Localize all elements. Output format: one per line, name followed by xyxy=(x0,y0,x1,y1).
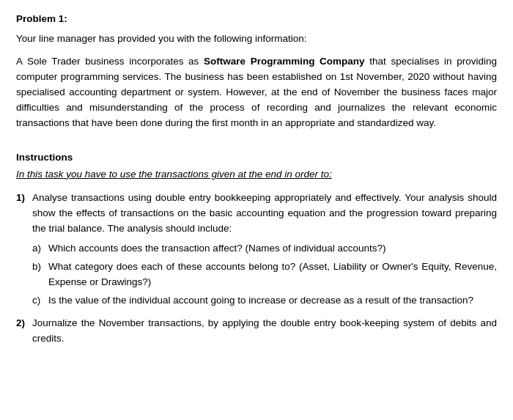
item2-number: 2) xyxy=(16,316,32,347)
item-b-text: What category does each of these account… xyxy=(48,259,497,290)
item-c-text: Is the value of the individual account g… xyxy=(48,293,497,309)
lettered-item-a: a) Which accounts does the transaction a… xyxy=(16,241,497,257)
item1-text: Analyse transactions using double entry … xyxy=(32,191,497,237)
instructions-heading: Instructions xyxy=(16,152,497,163)
item-a-text: Which accounts does the transaction affe… xyxy=(48,241,497,257)
item2-text: Journalize the November transactions, by… xyxy=(32,316,497,347)
item2-container: 2) Journalize the November transactions,… xyxy=(16,316,497,347)
item-a-letter: a) xyxy=(32,241,48,257)
lettered-item-b: b) What category does each of these acco… xyxy=(16,259,497,290)
bold-company-name: Software Programming Company xyxy=(204,56,365,67)
numbered-item-2: 2) Journalize the November transactions,… xyxy=(16,316,497,347)
body-paragraph: A Sole Trader business incorporates as S… xyxy=(16,54,497,131)
item1-number: 1) xyxy=(16,191,32,237)
lettered-item-c: c) Is the value of the individual accoun… xyxy=(16,293,497,309)
content-area: Problem 1: Your line manager has provide… xyxy=(16,13,497,347)
instructions-subtitle: In this task you have to use the transac… xyxy=(16,167,497,183)
item-c-letter: c) xyxy=(32,293,48,309)
numbered-item-1: 1) Analyse transactions using double ent… xyxy=(16,191,497,237)
intro-paragraph: Your line manager has provided you with … xyxy=(16,32,497,47)
spacer xyxy=(16,139,497,152)
item-b-letter: b) xyxy=(32,259,48,290)
problem-title: Problem 1: xyxy=(16,13,497,24)
